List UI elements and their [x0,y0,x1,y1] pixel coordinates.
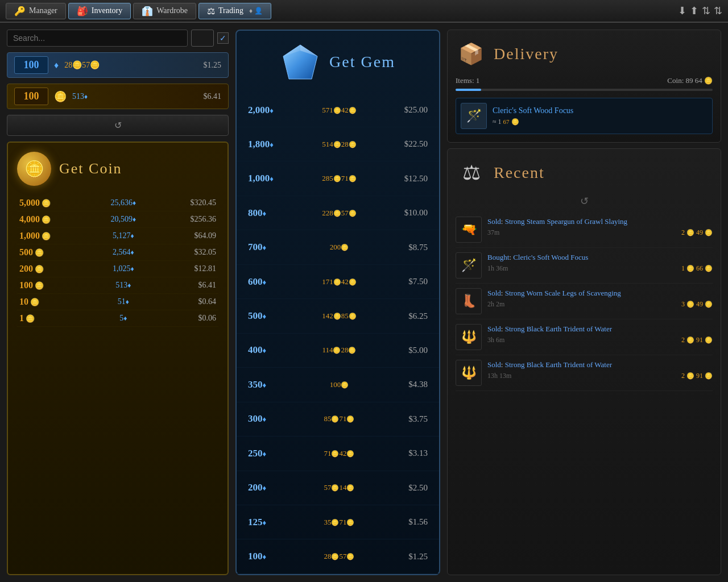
coin-table-row[interactable]: 100🪙 513♦ $6.41 [17,277,218,294]
recent-item-description: Bought: Cleric's Soft Wood Focus [487,252,713,263]
recent-list-item[interactable]: 🔱 Sold: Strong Black Earth Trident of Wa… [456,355,713,391]
gem-row-coins: 228🪙57🪙 [301,196,377,230]
recent-refresh-icon[interactable]: ↺ [580,195,589,207]
nav-tab-inventory[interactable]: 🎒 Inventory [68,3,131,19]
coin-row-gems: 20,509♦ [92,211,155,228]
gem-table-row[interactable]: 800♦ 228🪙57🪙 $10.00 [237,196,439,230]
coin-row-gems: 5♦ [92,310,155,327]
gem-table-row[interactable]: 400♦ 114🪙28🪙 $5.00 [237,333,439,367]
nav-tab-manager[interactable]: 🔑 Manager [6,3,66,19]
coin-table-row[interactable]: 4,000🪙 20,509♦ $256.36 [17,211,218,228]
search-checkbox[interactable]: ✓ [217,32,229,44]
coin-row-gems: 2,564♦ [92,244,155,261]
delivery-item-info: Cleric's Soft Wood Focus ≈ 1 67 🪙 [493,106,708,126]
recent-item-thumbnail: 🔱 [456,360,482,386]
gem-table-row[interactable]: 300♦ 85🪙71🪙 $3.75 [237,402,439,436]
recent-item-time: 1h 36m [487,264,508,273]
gem-header: Get Gem [237,31,439,93]
refresh-button[interactable]: ↺ [7,115,229,136]
recent-item-meta: 3h 6m 2 🪙 91 🪙 [487,336,713,344]
recent-list-item[interactable]: 🔫 Sold: Strong Steam Speargun of Grawl S… [456,212,713,248]
coin-table-row[interactable]: 5,000🪙 25,636♦ $320.45 [17,195,218,211]
gem-table-row[interactable]: 350♦ 100🪙 $4.38 [237,368,439,402]
coin-table-row[interactable]: 200🪙 1,025♦ $12.81 [17,261,218,277]
gem-row-dollar: $3.13 [378,436,440,471]
gem-table-row[interactable]: 2,000♦ 571🪙42🪙 $25.00 [237,93,439,127]
recent-item-name: Strong Black Earth Trident of Water [505,360,612,369]
gem-row-coins: 142🪙85🪙 [301,299,377,333]
coin-table-row[interactable]: 10🪙 51♦ $0.64 [17,294,218,310]
coin-table-row[interactable]: 1,000🪙 5,127♦ $64.09 [17,228,218,244]
coin-icon: 🪙 [54,90,67,103]
gem-row-coins: 171🪙42🪙 [301,264,377,298]
recent-item-name: Strong Worn Scale Legs of Scavenging [505,289,621,297]
approx-symbol: ≈ 1 [493,118,502,126]
gem-table-row[interactable]: 200♦ 57🪙14🪙 $2.50 [237,471,439,505]
delivery-progress-fill [456,89,481,91]
recent-price-coin: 91 [696,336,703,344]
nav-label-inventory: Inventory [92,6,122,15]
recent-action-label: Sold [487,289,501,297]
gem-row-dollar: $1.56 [378,505,440,539]
search-input[interactable] [7,30,188,47]
recent-list-item[interactable]: 🪄 Bought: Cleric's Soft Wood Focus 1h 36… [456,248,713,284]
recent-list-item[interactable]: 👢 Sold: Strong Worn Scale Legs of Scaven… [456,284,713,319]
gem-table-row[interactable]: 125♦ 35🪙71🪙 $1.56 [237,505,439,539]
delivery-coin-info: Coin: 89 64 🪙 [667,76,713,85]
gem-row-dollar: $5.00 [378,333,440,367]
get-coin-header: 🪙 Get Coin [17,152,218,186]
recent-price-coin-icon: 🪙 [686,372,694,379]
nav-icon-downup1[interactable]: ⇅ [702,5,710,17]
quantity-input[interactable]: 1 [191,30,214,47]
recent-action-label: Sold [487,325,501,333]
recent-item-description: Sold: Strong Black Earth Trident of Wate… [487,324,713,334]
nav-tab-trading[interactable]: ⚖ Trading ♦ 👤 [198,3,271,19]
gem-row-coins: 85🪙71🪙 [301,402,377,436]
delivery-coin-sub: 64 [695,76,702,85]
gem-table-row[interactable]: 500♦ 142🪙85🪙 $6.25 [237,299,439,333]
gem-row-gems: 600♦ [237,264,301,298]
gem-count: 100 [14,56,48,74]
delivery-item[interactable]: 🪄 Cleric's Soft Wood Focus ≈ 1 67 🪙 [456,98,713,134]
recent-item-description: Sold: Strong Worn Scale Legs of Scavengi… [487,288,713,298]
recent-price-qty: 2 [681,336,685,344]
wardrobe-icon: 👔 [142,6,153,16]
gem-row-dollar: $22.50 [378,127,440,161]
recent-list-item[interactable]: 🔱 Sold: Strong Black Earth Trident of Wa… [456,319,713,355]
gem-table-row[interactable]: 100♦ 28🪙57🪙 $1.25 [237,539,439,574]
gem-table-row[interactable]: 700♦ 200🪙 $8.75 [237,230,439,264]
coin-row-coins: 500🪙 [17,244,92,261]
gem-table-row[interactable]: 600♦ 171🪙42🪙 $7.50 [237,264,439,298]
coin-row-coins: 200🪙 [17,261,92,277]
coin-table-row[interactable]: 500🪙 2,564♦ $32.05 [17,244,218,261]
gem-row-dollar: $7.50 [378,264,440,298]
gem-table-row[interactable]: 1,800♦ 514🪙28🪙 $22.50 [237,127,439,161]
nav-tab-wardrobe[interactable]: 👔 Wardrobe [133,3,196,19]
gem-row-coins: 200🪙 [301,230,377,264]
gem-row-dollar: $4.38 [378,368,440,402]
recent-item-description: Sold: Strong Black Earth Trident of Wate… [487,360,713,370]
recent-refresh: ↺ [456,195,713,207]
delivery-progress-bar [456,89,713,91]
coin-table-row[interactable]: 1🪙 5♦ $0.06 [17,310,218,327]
delivery-icon: 📦 [456,38,487,69]
gem-table-row[interactable]: 1,000♦ 285🪙71🪙 $12.50 [237,161,439,196]
gem-dollar-value: $1.25 [204,61,222,70]
recent-price-coin-small: 🪙 [705,372,713,379]
gem-row-dollar: $12.50 [378,161,440,196]
coin-row-dollar: $64.09 [155,228,218,244]
recent-item-time: 3h 6m [487,336,504,344]
coin-row-dollar: $32.05 [155,244,218,261]
nav-icon-down1[interactable]: ⬇ [678,5,686,17]
gem-table-row[interactable]: 250♦ 71🪙42🪙 $3.13 [237,436,439,471]
nav-icon-up1[interactable]: ⬆ [690,5,698,17]
recent-price-coin-icon: 🪙 [686,301,694,307]
gem-row-coins: 571🪙42🪙 [301,93,377,127]
nav-icon-downup2[interactable]: ⇅ [714,5,722,17]
nav-label-wardrobe: Wardrobe [156,6,188,15]
recent-item-time: 37m [487,228,499,237]
delivery-item-thumbnail: 🪄 [461,103,487,129]
recent-icon: ⚖ [456,157,487,188]
coin-row-gems: 513♦ [92,277,155,294]
recent-price-coin-icon: 🪙 [686,265,694,272]
